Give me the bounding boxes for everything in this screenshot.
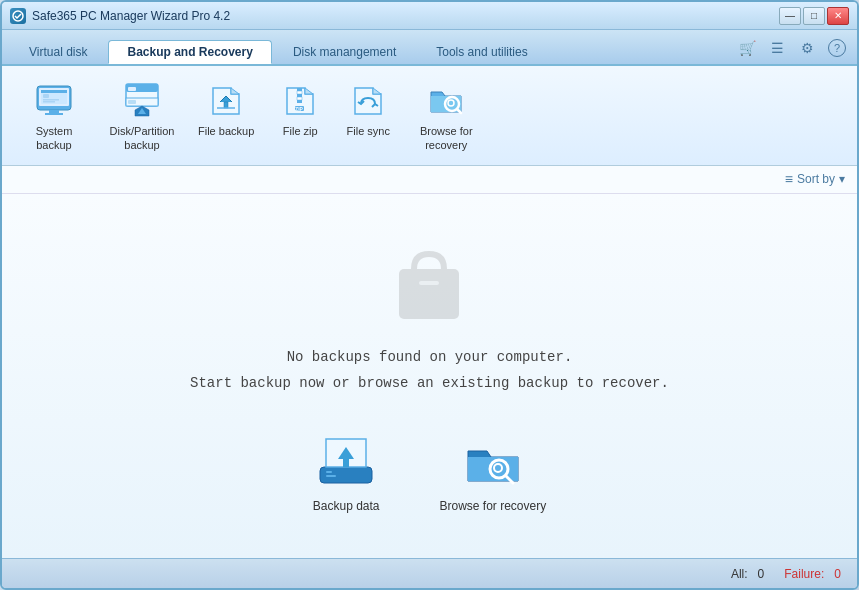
all-status: All: 0 bbox=[731, 567, 764, 581]
failure-status: Failure: 0 bbox=[784, 567, 841, 581]
svg-rect-30 bbox=[326, 471, 332, 473]
failure-value: 0 bbox=[834, 567, 841, 581]
svg-rect-17 bbox=[297, 88, 302, 91]
system-backup-icon bbox=[33, 78, 75, 120]
all-label: All: bbox=[731, 567, 748, 581]
svg-rect-19 bbox=[297, 100, 302, 103]
app-icon bbox=[10, 8, 26, 24]
empty-line1: No backups found on your computer. bbox=[287, 349, 573, 365]
action-backup-data[interactable]: Backup data bbox=[313, 431, 380, 513]
svg-rect-21 bbox=[297, 97, 302, 100]
svg-rect-9 bbox=[43, 101, 55, 103]
title-bar-left: Safe365 PC Manager Wizard Pro 4.2 bbox=[10, 8, 230, 24]
file-backup-label: File backup bbox=[198, 124, 254, 138]
svg-rect-32 bbox=[343, 459, 349, 467]
tab-tools-utilities[interactable]: Tools and utilities bbox=[417, 40, 546, 64]
tab-backup-recovery[interactable]: Backup and Recovery bbox=[108, 40, 271, 64]
browse-recovery-label: Browse for recovery bbox=[414, 124, 478, 153]
failure-label: Failure: bbox=[784, 567, 824, 581]
gear-icon[interactable]: ⚙ bbox=[795, 36, 819, 60]
svg-rect-28 bbox=[419, 281, 439, 285]
main-window: Safe365 PC Manager Wizard Pro 4.2 — □ ✕ … bbox=[0, 0, 859, 590]
minimize-button[interactable]: — bbox=[779, 7, 801, 25]
svg-rect-4 bbox=[41, 90, 67, 93]
title-bar-text: Safe365 PC Manager Wizard Pro 4.2 bbox=[32, 9, 230, 23]
file-sync-icon bbox=[347, 78, 389, 120]
svg-rect-20 bbox=[297, 91, 302, 94]
disk-partition-icon bbox=[121, 78, 163, 120]
backup-data-label: Backup data bbox=[313, 499, 380, 513]
svg-rect-12 bbox=[128, 87, 136, 91]
svg-rect-15 bbox=[224, 102, 228, 108]
svg-rect-18 bbox=[297, 94, 302, 97]
backup-data-icon bbox=[316, 431, 376, 491]
sort-bar: ≡ Sort by ▾ bbox=[2, 166, 857, 194]
system-backup-label: System backup bbox=[22, 124, 86, 153]
title-bar: Safe365 PC Manager Wizard Pro 4.2 — □ ✕ bbox=[2, 2, 857, 30]
empty-line2: Start backup now or browse an existing b… bbox=[190, 375, 669, 391]
browse-recovery-action-label: Browse for recovery bbox=[440, 499, 547, 513]
action-buttons: Backup data Browse for recovery bbox=[313, 431, 546, 513]
close-button[interactable]: ✕ bbox=[827, 7, 849, 25]
toolbar: System backup Disk/Partition backup bbox=[2, 66, 857, 166]
tool-file-sync[interactable]: File sync bbox=[338, 74, 398, 142]
sort-chevron-icon: ▾ bbox=[839, 172, 845, 186]
svg-rect-7 bbox=[43, 94, 49, 98]
sort-by-button[interactable]: ≡ Sort by ▾ bbox=[785, 171, 845, 187]
tab-virtual-disk[interactable]: Virtual disk bbox=[10, 40, 106, 64]
empty-bag-icon bbox=[384, 239, 474, 329]
tab-disk-management[interactable]: Disk manangement bbox=[274, 40, 415, 64]
tool-browse-for-recovery[interactable]: Browse for recovery bbox=[406, 74, 486, 157]
svg-rect-6 bbox=[45, 113, 63, 115]
svg-rect-31 bbox=[326, 475, 336, 477]
list-icon[interactable]: ☰ bbox=[765, 36, 789, 60]
maximize-button[interactable]: □ bbox=[803, 7, 825, 25]
svg-rect-5 bbox=[49, 110, 59, 113]
svg-rect-27 bbox=[399, 269, 459, 319]
cart-icon[interactable]: 🛒 bbox=[735, 36, 759, 60]
tool-disk-partition-backup[interactable]: Disk/Partition backup bbox=[102, 74, 182, 157]
file-zip-label: File zip bbox=[283, 124, 318, 138]
help-icon[interactable]: ? bbox=[825, 36, 849, 60]
main-tabs: Virtual disk Backup and Recovery Disk ma… bbox=[2, 30, 857, 66]
svg-rect-8 bbox=[43, 99, 59, 101]
header-icons: 🛒 ☰ ⚙ ? bbox=[735, 36, 849, 64]
svg-text:ZIP: ZIP bbox=[295, 106, 303, 112]
browse-recovery-icon bbox=[425, 78, 467, 120]
tool-file-zip[interactable]: ZIP File zip bbox=[270, 74, 330, 142]
action-browse-recovery[interactable]: Browse for recovery bbox=[440, 431, 547, 513]
file-backup-icon bbox=[205, 78, 247, 120]
disk-partition-label: Disk/Partition backup bbox=[110, 124, 175, 153]
title-bar-controls: — □ ✕ bbox=[779, 7, 849, 25]
sort-list-icon: ≡ bbox=[785, 171, 793, 187]
empty-state: No backups found on your computer. Start… bbox=[190, 239, 669, 513]
browse-recovery-action-icon bbox=[463, 431, 523, 491]
tool-system-backup[interactable]: System backup bbox=[14, 74, 94, 157]
status-bar: All: 0 Failure: 0 bbox=[2, 558, 857, 588]
file-zip-icon: ZIP bbox=[279, 78, 321, 120]
content-area: No backups found on your computer. Start… bbox=[2, 194, 857, 558]
svg-rect-14 bbox=[128, 100, 136, 104]
all-value: 0 bbox=[758, 567, 765, 581]
file-sync-label: File sync bbox=[347, 124, 390, 138]
tool-file-backup[interactable]: File backup bbox=[190, 74, 262, 142]
sort-label: Sort by bbox=[797, 172, 835, 186]
